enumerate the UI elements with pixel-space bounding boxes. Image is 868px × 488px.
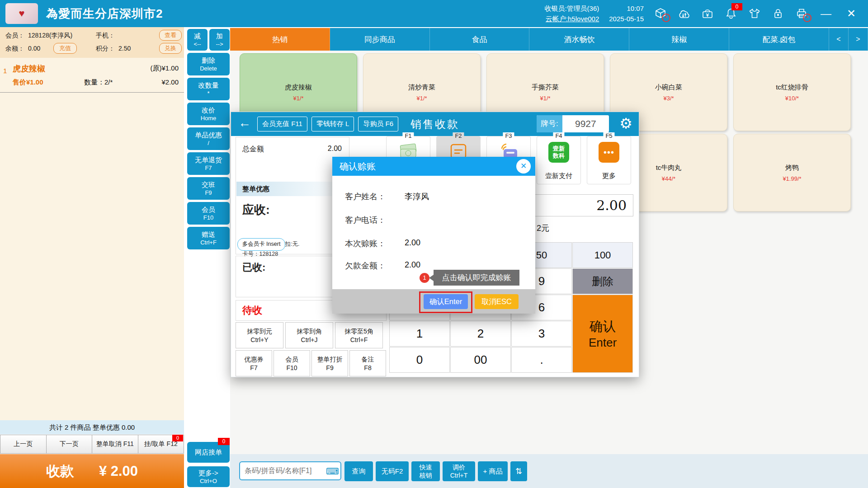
round-to-jiao-button[interactable]: 抹零到角Ctrl+J	[285, 322, 333, 348]
receivable-partial-text: 2元	[537, 223, 549, 234]
change-qty-label: 改数量	[198, 81, 219, 89]
cart-item-original-price: (原)¥1.00	[150, 64, 179, 73]
query-button[interactable]: 查询	[344, 461, 373, 481]
order-discount-button[interactable]: 整单打折F9	[311, 350, 348, 376]
remark-button[interactable]: 备注F8	[349, 350, 386, 376]
more-actions-button[interactable]: 更多->Ctrl+O	[187, 466, 230, 487]
category-tabbar: 热销 同步商品 食品 酒水畅饮 辣椒 配菜.卤包 < >	[230, 28, 868, 51]
pay-member-button[interactable]: 会员F10	[274, 350, 310, 376]
tab-sides[interactable]: 配菜.卤包	[729, 28, 829, 51]
tab-food[interactable]: 食品	[430, 28, 530, 51]
checkout-amount: ¥ 2.00	[99, 463, 138, 479]
tabs-next-arrow[interactable]: >	[849, 28, 868, 51]
sales-guide-button[interactable]: 导购员 F6	[358, 117, 398, 131]
change-qty-button[interactable]: 改数量*	[187, 78, 230, 100]
adjust-price-button[interactable]: 调价Ctrl+T	[443, 461, 475, 481]
minimize-button[interactable]: —	[818, 7, 834, 20]
cashbox-icon[interactable]	[701, 7, 714, 20]
tab-chili[interactable]: 辣椒	[629, 28, 729, 51]
no-receipt-return-button[interactable]: 无单退货F7	[187, 152, 230, 175]
multi-member-card-button[interactable]: 多会员卡 Insert	[237, 238, 285, 251]
checkout-button[interactable]: 收款 ¥ 2.00	[0, 454, 184, 488]
sort-toggle-button[interactable]: ⇅	[510, 461, 527, 481]
view-member-button[interactable]: 查看	[159, 30, 182, 41]
round-to-yuan-button[interactable]: 抹零到元Ctrl+Y	[236, 322, 283, 348]
confirm-credit-modal: 确认赊账 ✕ 客户姓名： 李淳风 客户电话： 本次赊账： 2.00 欠款金额： …	[332, 157, 535, 314]
void-order-button[interactable]: 整单取消 F11	[92, 435, 138, 454]
method-legend: F4	[553, 132, 564, 139]
tab-hot-sale[interactable]: 热销	[230, 28, 330, 51]
exchange-button[interactable]: 兑换	[159, 43, 182, 54]
prev-page-button[interactable]: 上一页	[0, 435, 47, 454]
no-barcode-button[interactable]: 无码F2	[376, 461, 409, 481]
cloud-account-link[interactable]: 云帐户:h5love002	[544, 14, 599, 24]
cart-summary: 共计 2 件商品 整单优惠 0.00	[0, 420, 184, 434]
no-receipt-return-key: F7	[205, 164, 212, 172]
change-price-button[interactable]: 改价Home	[187, 103, 230, 125]
round-to-5jiao-key: Ctrl+F	[350, 336, 368, 344]
order-discount-band[interactable]: 整单优惠	[236, 182, 349, 196]
increase-key: -->	[216, 40, 223, 48]
tab-drinks[interactable]: 酒水畅饮	[529, 28, 629, 51]
member-button[interactable]: 会员F10	[187, 202, 230, 225]
lock-icon[interactable]	[771, 7, 785, 20]
bottom-search-bar: ⌨ 查询 无码F2 快速核销 调价Ctrl+T + 商品 ⇅	[230, 454, 868, 488]
coupon-button[interactable]: 优惠券F7	[236, 350, 272, 376]
tab-sync-goods-label: 同步商品	[364, 34, 395, 45]
keypad-key-0[interactable]: 0	[389, 347, 450, 373]
table-tag-box[interactable]: 牌号: 9927	[537, 115, 609, 132]
product-name: 烤鸭	[785, 164, 799, 172]
keypad-key-3[interactable]: 3	[511, 321, 572, 347]
item-discount-label: 单品优惠	[195, 131, 222, 139]
delete-item-button[interactable]: 删除Delete	[187, 53, 230, 75]
fast-verify-button[interactable]: 快速核销	[411, 461, 440, 481]
keypad-key-dot[interactable]: .	[511, 347, 572, 373]
web-orders-button[interactable]: 网店接单 0	[187, 442, 230, 463]
item-discount-button[interactable]: 单品优惠/	[187, 127, 230, 150]
next-page-button[interactable]: 下一页	[47, 435, 93, 454]
product-card[interactable]: tc红烧排骨 ¥10/*	[733, 53, 851, 131]
member-recharge-button[interactable]: 会员充值 F11	[257, 117, 307, 131]
product-card[interactable]: 烤鸭 ¥1.99/*	[733, 134, 851, 211]
product-name: 虎皮辣椒	[285, 83, 312, 92]
payment-method-yixin[interactable]: F4 壹新 数科 壹新支付	[537, 136, 581, 184]
gear-icon[interactable]: ⚙	[619, 115, 632, 132]
keypad-confirm-button[interactable]: 确认 Enter	[572, 295, 633, 373]
add-product-button[interactable]: + 商品	[478, 461, 508, 481]
change-qty-key: *	[207, 89, 209, 97]
printer-icon[interactable]: ✕	[795, 7, 808, 20]
gift-button[interactable]: 赠送Ctrl+F	[187, 227, 230, 249]
keypad-key-00[interactable]: 00	[450, 347, 511, 373]
apparel-shirt-icon[interactable]	[748, 7, 761, 20]
change-deposit-button[interactable]: 零钱转存 L	[311, 117, 354, 131]
round-to-5jiao-button[interactable]: 抹零至5角Ctrl+F	[335, 322, 383, 348]
decrease-qty-button[interactable]: 减<--	[187, 29, 208, 51]
search-input[interactable]	[239, 461, 341, 480]
close-button[interactable]: ✕	[844, 7, 859, 20]
tabs-prev-arrow[interactable]: <	[829, 28, 849, 51]
delete-key: Delete	[200, 65, 217, 72]
back-arrow-icon[interactable]: ←	[238, 116, 251, 130]
modal-close-icon[interactable]: ✕	[516, 159, 531, 174]
stock-package-icon[interactable]: ✕	[654, 7, 667, 20]
modal-confirm-button[interactable]: 确认Enter	[424, 294, 468, 309]
customer-name-value: 李淳风	[405, 191, 429, 202]
cloud-sync-icon[interactable]	[677, 7, 691, 20]
keypad-key-1[interactable]: 1	[389, 321, 450, 347]
modal-cancel-button[interactable]: 取消ESC	[475, 294, 519, 309]
yixin-pay-icon: 壹新 数科	[548, 142, 569, 163]
quick-cash-100-button[interactable]: 100	[572, 242, 633, 268]
shift-change-button[interactable]: 交班F9	[187, 177, 230, 200]
notification-bell-icon[interactable]: 0	[724, 7, 738, 20]
recharge-button[interactable]: 充值	[53, 43, 77, 54]
shift-change-key: F9	[205, 189, 212, 197]
product-name: tc红烧排骨	[776, 83, 808, 92]
increase-qty-button[interactable]: 加-->	[209, 29, 230, 51]
keypad-delete-button[interactable]: 删除	[572, 268, 633, 294]
coupon-label: 优惠券	[245, 355, 264, 364]
tab-sync-goods[interactable]: 同步商品	[330, 28, 430, 51]
keypad-key-2[interactable]: 2	[450, 321, 511, 347]
points-label: 积分：	[96, 45, 115, 53]
payment-method-more[interactable]: F5 ••• 更多	[587, 136, 631, 184]
hold-order-button[interactable]: 挂/取单 F12 0	[138, 435, 184, 454]
